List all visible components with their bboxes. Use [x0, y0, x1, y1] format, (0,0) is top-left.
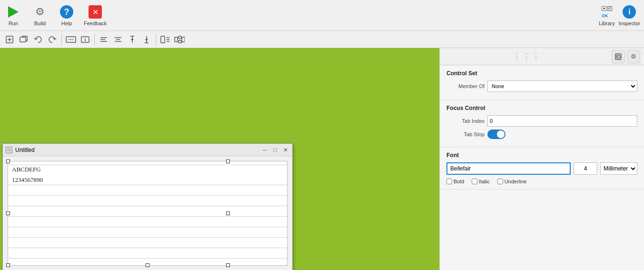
svg-rect-24 [175, 37, 178, 42]
feedback-icon: ✕ [89, 5, 102, 19]
bold-checkbox[interactable] [446, 179, 452, 184]
float-titlebar[interactable]: □ Untitled ─ □ ✕ [3, 144, 292, 156]
svg-marker-19 [145, 39, 148, 41]
font-name-row: MillimeterPointPixelInch [446, 162, 637, 175]
new-button[interactable] [3, 33, 16, 46]
italic-label: Italic [479, 179, 490, 184]
svg-text:i: i [85, 37, 86, 42]
font-size-input[interactable] [574, 162, 597, 175]
resize-handle-bottom-mid[interactable] [146, 263, 149, 267]
top-toolbar: Run ⚙ Build ? Help ✕ Feedback ● ✓ [0, 0, 644, 31]
inspector-id-tab[interactable]: ID [612, 50, 625, 63]
tab-stop-label: Tab Stop [446, 131, 485, 137]
tab-index-row: Tab Index [446, 115, 637, 127]
float-content[interactable]: ABCDEFG 1234567890 [8, 161, 287, 266]
run-label: Run [9, 20, 18, 26]
inspector-icon: i [623, 5, 636, 19]
run-button[interactable]: Run [4, 4, 23, 26]
tab-stop-row: Tab Stop [446, 130, 637, 139]
help-label: Help [61, 20, 72, 26]
redo-button[interactable] [46, 33, 59, 46]
inspector-header: ⋮⋮⋮ ID ⚙ [440, 48, 644, 65]
control-set-section: Control Set Member Of None [440, 65, 644, 100]
align-center-button[interactable] [111, 33, 125, 46]
font-unit-select[interactable]: MillimeterPointPixelInch [600, 162, 637, 175]
tab-stop-toggle[interactable] [487, 130, 505, 139]
resize-handle-top-left[interactable] [6, 160, 10, 163]
ok-text: OK [602, 13, 608, 18]
inspector-button[interactable]: i Inspector [619, 4, 640, 26]
help-button[interactable]: ? Help [57, 4, 76, 26]
underline-checkbox[interactable] [497, 179, 503, 184]
font-section: Font MillimeterPointPixelInch Bold Itali… [440, 147, 644, 190]
separator-3 [156, 34, 156, 45]
control-set-title: Control Set [446, 70, 637, 77]
svg-marker-16 [131, 38, 134, 40]
checkbox-icon: ✓ [607, 6, 612, 11]
drag-handle[interactable]: ⋮⋮⋮ [444, 51, 610, 62]
info-button[interactable]: i [79, 33, 92, 46]
bold-checkbox-item[interactable]: Bold [446, 179, 464, 184]
ungroup-button[interactable] [173, 33, 186, 46]
svg-rect-26 [178, 40, 181, 43]
feedback-button[interactable]: ✕ Feedback [84, 4, 107, 26]
resize-handle-bottom-left[interactable] [6, 263, 10, 267]
svg-rect-20 [161, 36, 165, 43]
build-label: Build [34, 20, 46, 26]
toggle-knob [497, 130, 505, 138]
font-title: Font [446, 152, 637, 159]
minimize-button[interactable]: ─ [261, 146, 268, 154]
tab-index-label: Tab Index [446, 118, 485, 124]
group-button[interactable] [159, 33, 172, 46]
align-top-button[interactable] [126, 33, 139, 46]
tab-index-input[interactable] [487, 115, 637, 127]
text-line-2: 1234567890 [12, 175, 283, 185]
italic-checkbox-item[interactable]: Italic [472, 179, 490, 184]
inspector-label: Inspector [619, 20, 640, 26]
font-name-input[interactable] [446, 162, 571, 175]
content-text-area: ABCDEFG 1234567890 [8, 161, 287, 257]
underline-checkbox-item[interactable]: Underline [497, 179, 527, 184]
resize-handle-bottom-right[interactable] [226, 263, 230, 267]
main-area: □ Untitled ─ □ ✕ ABCDEFG 1234567890 [0, 48, 644, 270]
open-button[interactable] [17, 33, 30, 46]
window-title: Untitled [15, 147, 258, 153]
underline-label: Underline [505, 179, 527, 184]
member-of-row: Member Of None [446, 80, 637, 92]
svg-rect-25 [178, 36, 181, 39]
text-field-button[interactable] [64, 33, 78, 46]
help-icon: ? [60, 5, 73, 19]
undo-button[interactable] [31, 33, 45, 46]
close-button[interactable]: ✕ [282, 146, 289, 154]
separator-2 [94, 34, 95, 45]
run-icon [8, 6, 19, 18]
secondary-toolbar: i [0, 31, 644, 48]
feedback-label: Feedback [84, 20, 107, 26]
inspector-settings-tab[interactable]: ⚙ [627, 50, 640, 63]
gear-icon: ⚙ [35, 6, 45, 18]
resize-handle-mid-left[interactable] [6, 211, 10, 215]
svg-text:ID: ID [616, 54, 621, 60]
top-right-icons: ● ✓ OK Library i Inspector [599, 4, 640, 26]
focus-control-title: Focus Control [446, 105, 637, 111]
member-of-label: Member Of [446, 83, 485, 89]
resize-handle-mid-right[interactable] [226, 211, 230, 215]
align-left-button[interactable] [97, 33, 110, 46]
maximize-button[interactable]: □ [271, 146, 279, 154]
float-window: □ Untitled ─ □ ✕ ABCDEFG 1234567890 [2, 143, 293, 270]
align-bottom-button[interactable] [140, 33, 153, 46]
library-button[interactable]: ● ✓ OK Library [599, 4, 615, 26]
radio-icon: ● [602, 6, 606, 11]
svg-rect-3 [20, 37, 26, 42]
focus-control-section: Focus Control Tab Index Tab Stop [440, 100, 644, 147]
bold-label: Bold [454, 179, 464, 184]
svg-rect-27 [182, 37, 185, 42]
build-button[interactable]: ⚙ Build [30, 4, 50, 26]
resize-handle-top-right[interactable] [226, 160, 230, 163]
inspector-panel: ⋮⋮⋮ ID ⚙ Control Set Member Of None Focu… [439, 48, 644, 270]
canvas-area[interactable]: □ Untitled ─ □ ✕ ABCDEFG 1234567890 [0, 48, 439, 270]
member-of-select[interactable]: None [487, 80, 637, 92]
window-icon: □ [6, 147, 12, 153]
font-style-row: Bold Italic Underline [446, 179, 637, 184]
italic-checkbox[interactable] [472, 179, 477, 184]
